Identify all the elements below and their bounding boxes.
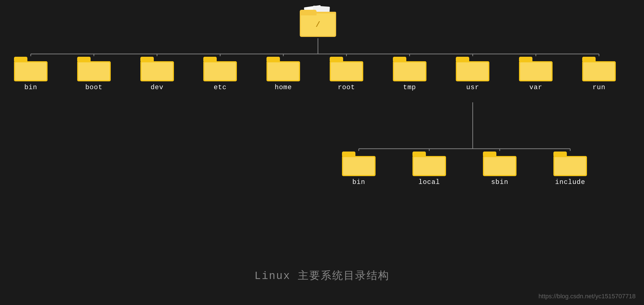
folder-icon [330,57,363,81]
folder-label: boot [85,84,103,91]
folder-home: home [266,57,300,91]
folder-icon [456,57,489,81]
watermark: https://blog.csdn.net/yc1515707718 [539,293,636,300]
folder-icon [140,57,174,81]
folder-icon [393,57,426,81]
folder-label: var [529,84,542,91]
folder-label: bin [24,84,37,91]
folder-tmp: tmp [393,57,426,91]
folder-label: root [338,84,355,91]
folder-icon [14,57,48,81]
folder-icon [412,152,446,176]
folder-label: usr [466,84,479,91]
folder-usr: usr [456,57,489,91]
folder-icon [266,57,300,81]
folder-label: tmp [403,84,416,91]
folder-label: local [418,178,440,186]
tree-lines [0,0,644,305]
root-folder-icon: / [300,6,336,37]
folder-local: local [412,152,446,186]
folder-label: run [593,84,605,91]
folder-sbin: sbin [483,152,516,186]
folder-run: run [582,57,616,91]
folder-icon [553,152,587,176]
folder-label: etc [214,84,227,91]
folder-icon [582,57,616,81]
folder-icon [483,152,516,176]
folder-dev: dev [140,57,174,91]
folder-label: bin [352,178,365,186]
folder-icon [519,57,553,81]
diagram-container: / bin boot dev etc [0,0,644,305]
folder-root: / [298,6,338,37]
folder-root: root [330,57,363,91]
folder-label: dev [150,84,163,91]
folder-icon [203,57,237,81]
folder-bin: bin [342,152,376,186]
folder-label: sbin [491,178,508,186]
folder-label: home [275,84,292,91]
folder-var: var [519,57,553,91]
folder-boot: boot [77,57,111,91]
folder-icon [77,57,111,81]
folder-etc: etc [203,57,237,91]
folder-icon [342,152,376,176]
folder-label: include [555,178,585,186]
folder-bin: bin [14,57,48,91]
folder-include: include [553,152,587,186]
caption: Linux 主要系统目录结构 [254,268,390,283]
